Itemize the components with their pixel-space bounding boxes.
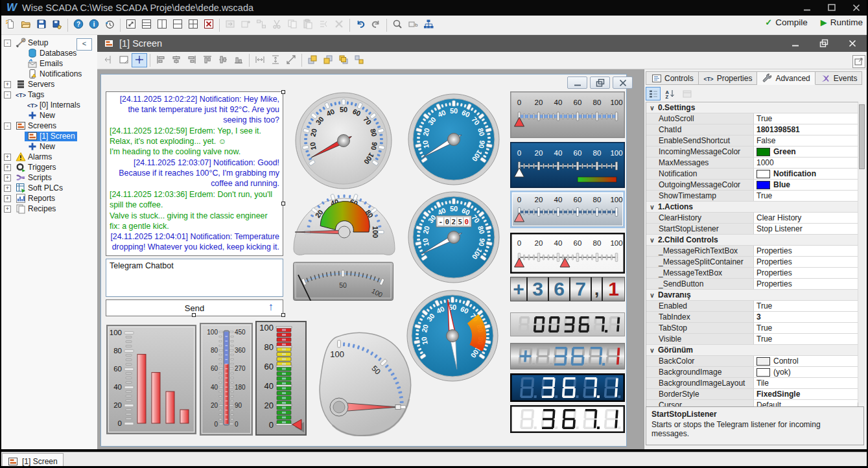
silver-linear-gauge[interactable]: 020406080100 [510,91,625,138]
alphabetical-button[interactable]: AZ [663,87,677,100]
design-canvas[interactable]: [24.11.2025 12:02:22] Notification: Hey … [101,90,626,446]
sidebar-item-recipes[interactable]: +Recipes [0,204,97,214]
property-row[interactable]: _MessageRichTextBoxProperties [646,246,858,257]
tree-expander-icon[interactable]: + [4,174,11,181]
semi-circle-gauge[interactable]: 20406080100 [291,191,397,258]
property-category[interactable]: ∨0.Settings [646,102,858,113]
tree-expander-icon[interactable]: + [4,185,11,192]
property-category[interactable]: ∨1.Actions [646,202,858,213]
message-textbox[interactable]: Telegram Chatbot [106,259,283,297]
window-minimize-button[interactable] [802,3,812,13]
document-close-button[interactable] [847,38,858,49]
property-row[interactable]: NotificationNotification [646,169,858,180]
property-value[interactable]: Properties [754,268,858,278]
chevron-down-icon[interactable]: ∨ [646,292,658,299]
selection-handle[interactable] [281,202,285,205]
find-button[interactable] [390,18,405,33]
selection-handle[interactable] [192,313,196,317]
chevron-down-icon[interactable]: ∨ [646,347,658,354]
align-right-button[interactable] [184,53,200,67]
property-row[interactable]: TabStopTrue [646,323,858,334]
property-category[interactable]: ∨Davranış [646,290,858,301]
layout-columns-button[interactable] [154,18,170,33]
align-center-vertical-button[interactable] [169,53,184,67]
tree-expander-icon[interactable]: - [4,91,11,99]
sitemap-button[interactable] [421,18,436,33]
tree-expander-icon[interactable]: + [4,195,11,202]
selection-handle[interactable] [281,90,285,94]
property-value[interactable]: Clear History [754,213,858,223]
property-row[interactable]: _MessageTextBoxProperties [646,268,858,279]
sidebar-item-scripts[interactable]: +Scripts [0,172,97,183]
open-project-button[interactable] [18,18,34,33]
child-maximize-button[interactable] [590,76,610,89]
document-restore-button[interactable] [819,38,829,49]
compile-button[interactable]: ✓Compile [765,18,807,27]
property-value[interactable]: False [754,135,858,146]
property-row[interactable]: EnableSendShortcutFalse [646,135,858,146]
send-to-back-button[interactable] [320,53,336,67]
layout-rows-button[interactable] [139,18,154,33]
child-minimize-button[interactable] [567,76,587,89]
silver-radial-gauge[interactable]: 102030405060708090100 [293,91,394,190]
property-value[interactable]: Stop Listener [754,224,858,234]
sidebar-item-new[interactable]: New [0,141,97,152]
property-value[interactable]: Properties [754,246,858,256]
chat-history-richtextbox[interactable]: [24.11.2025 12:02:22] Notification: Hey … [106,91,283,256]
property-value[interactable]: 1000 [754,158,858,168]
save-all-button[interactable] [49,18,65,33]
property-row[interactable]: BackColorControl [646,356,858,367]
blue-radial-gauge[interactable]: 102030405060708090100 [407,93,500,186]
property-category[interactable]: ∨Görünüm [646,345,858,356]
quarter-arc-gauge[interactable]: 10050 [314,328,421,436]
undo-button[interactable] [353,18,368,33]
redo-button[interactable] [368,18,384,33]
property-value[interactable]: FixedSingle [754,389,858,399]
sidebar-item-alarms[interactable]: +Alarms [0,152,97,162]
tree-expander-icon[interactable]: + [4,205,11,213]
property-value[interactable]: 1801398581 [754,124,858,135]
property-value[interactable]: Blue [754,180,858,190]
property-value[interactable]: True [754,334,858,344]
new-file-button[interactable] [3,18,18,33]
property-row[interactable]: BackgroundImageLayoutTile [646,378,858,389]
thermometer-gauge[interactable]: 020406080100090180270360450 [200,323,253,436]
property-value[interactable]: Green [754,146,858,157]
property-value[interactable]: True [754,191,858,201]
mechanical-counter[interactable]: +367,1 [510,277,625,301]
property-row[interactable]: BorderStyleFixedSingle [646,389,858,400]
chevron-down-icon[interactable]: ∨ [646,237,658,244]
tree-expander-icon[interactable]: - [4,40,11,47]
property-row[interactable]: EnabledTrue [646,301,858,312]
info-button[interactable]: i [86,18,102,33]
property-value[interactable]: Notification [754,169,858,179]
runtime-button[interactable]: ▶Runtime [821,18,863,27]
bring-to-front-button[interactable] [305,53,320,67]
property-row[interactable]: AutoScrollTrue [646,113,858,124]
property-row[interactable]: ClearHistoryClear History [646,213,858,224]
ungroup-button[interactable] [351,53,367,67]
edit-panel-button[interactable] [116,53,132,67]
chevron-down-icon[interactable]: ∨ [646,204,658,211]
align-top-button[interactable] [200,53,215,67]
property-row[interactable]: VisibleTrue [646,334,858,345]
save-button[interactable] [34,18,49,33]
property-grid-scrollbar[interactable] [858,102,865,403]
property-value[interactable]: Control [754,356,858,366]
categorized-button[interactable] [646,87,661,100]
window-close-button[interactable] [851,3,862,13]
help-button[interactable]: ? [71,18,86,33]
scrollbar-thumb[interactable] [859,104,865,169]
align-bottom-button[interactable] [231,53,246,67]
close-windows-button[interactable] [201,18,217,33]
history-button[interactable] [102,18,117,33]
same-width-button[interactable] [252,53,268,67]
property-row[interactable]: TabIndex3 [646,312,858,323]
same-height-button[interactable] [268,53,283,67]
child-close-button[interactable] [613,76,633,89]
sidebar-collapse-button[interactable]: < [76,38,92,51]
lcd-navy-display[interactable] [510,373,625,402]
size-to-fit-button[interactable] [283,53,299,67]
sidebar-item-emails[interactable]: Emails [0,58,97,69]
tree-expander-icon[interactable]: + [4,154,11,161]
